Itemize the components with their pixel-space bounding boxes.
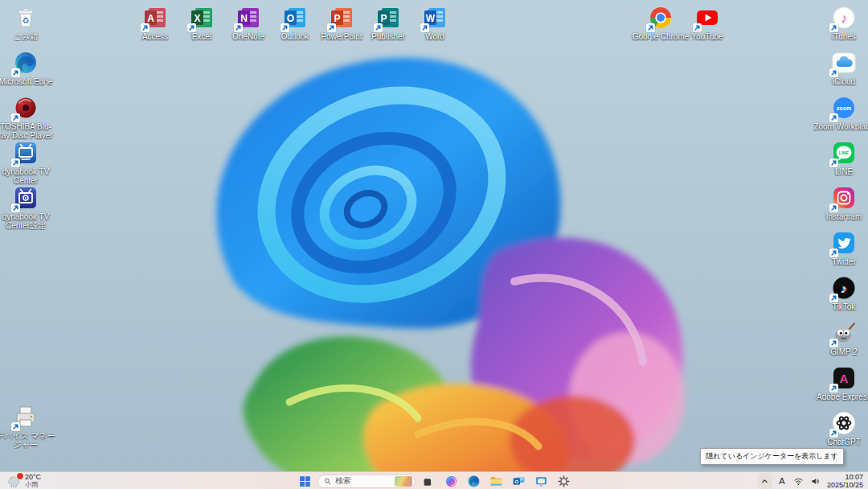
device-manager-icon [13, 404, 39, 429]
taskbar-icon-task-view[interactable] [419, 473, 438, 489]
shortcut-arrow-icon [829, 113, 838, 122]
tiktok-icon: ♪♪♪ [831, 275, 857, 301]
dynabook-tv-center-icon [13, 140, 39, 166]
desktop-icon-label: YouTube [677, 32, 738, 41]
clock[interactable]: 10:07 2025/10/25 [825, 473, 865, 489]
desktop-icon-microsoft-edge[interactable]: Microsoft Edge [0, 50, 56, 86]
onenote-icon: N [235, 5, 261, 31]
shortcut-arrow-icon [829, 23, 838, 32]
desktop-icon-adobe-express[interactable]: AAdobe Express [813, 365, 868, 401]
desktop-icon-label: iTunes [813, 32, 868, 41]
line-icon: LINE [831, 140, 857, 166]
weather-temp: 20°C [25, 474, 41, 481]
outlook-icon: O [282, 5, 308, 31]
search-placeholder: 検索 [335, 475, 391, 487]
shortcut-arrow-icon [829, 249, 838, 257]
microsoft-edge-icon [13, 50, 39, 76]
desktop-icon-label: ごみ箱 [0, 32, 56, 41]
clock-time: 10:07 [827, 473, 863, 481]
desktop-icon-chatgpt[interactable]: ChatGPT [813, 410, 868, 446]
taskbar-icon-settings[interactable] [554, 473, 573, 489]
desktop-icon-toshiba-bluray-player[interactable]: TOSHIBA Blu-ray Disc Player [0, 95, 56, 140]
network-wifi-icon[interactable] [792, 473, 806, 489]
taskbar-icon-microsoft-edge[interactable] [464, 473, 483, 489]
widgets-weather-button[interactable]: 20°C 小雨 [3, 472, 44, 489]
desktop-icon-twitter[interactable]: Twitter [813, 230, 868, 266]
svg-text:P: P [380, 13, 387, 24]
svg-text:A: A [840, 372, 849, 385]
search-box[interactable]: 検索 [317, 475, 416, 488]
desktop-icon-youtube[interactable]: YouTube [677, 5, 738, 41]
word-icon: W [422, 5, 448, 31]
shortcut-arrow-icon [646, 23, 655, 32]
taskbar-icon-file-explorer[interactable] [486, 473, 506, 489]
excel-icon: X [189, 5, 215, 31]
shortcut-arrow-icon [141, 23, 149, 32]
svg-text:N: N [240, 13, 248, 24]
svg-text:zoom: zoom [837, 105, 851, 111]
taskbar-icon-mail[interactable] [531, 473, 551, 489]
svg-text:O: O [514, 479, 518, 484]
desktop-icon-line[interactable]: LINELINE [813, 140, 868, 176]
svg-text:X: X [194, 13, 200, 24]
shortcut-arrow-icon [829, 384, 838, 392]
instagram-icon [831, 185, 857, 211]
desktop-icon-tiktok[interactable]: ♪♪♪TikTok [813, 275, 868, 311]
taskbar-icon-copilot[interactable] [441, 473, 461, 489]
shortcut-arrow-icon [829, 339, 838, 347]
shortcut-arrow-icon [693, 23, 702, 32]
svg-text:P: P [334, 13, 340, 24]
shortcut-arrow-icon [11, 422, 20, 431]
desktop-icon-zoom-workplace[interactable]: zoomZoom Workplace [813, 95, 868, 131]
desktop-icon-label: Zoom Workplace [813, 122, 868, 131]
desktop: ♻ごみ箱Microsoft EdgeTOSHIBA Blu-ray Disc P… [0, 0, 868, 489]
zoom-workplace-icon: zoom [831, 95, 857, 121]
desktop-icon-label: GIMP 2 [813, 347, 868, 356]
desktop-icon-itunes[interactable]: ♪iTunes [813, 5, 868, 41]
shortcut-arrow-icon [420, 23, 429, 32]
desktop-icon-label: dynabook TV Center [0, 167, 56, 185]
access-icon: A [142, 5, 168, 31]
desktop-icon-dynabook-tv-center-settings[interactable]: dynabook TV Center設定 [0, 185, 56, 230]
desktop-icon-dynabook-tv-center[interactable]: dynabook TV Center [0, 140, 56, 185]
shortcut-arrow-icon [374, 23, 383, 32]
svg-text:♪: ♪ [841, 281, 847, 295]
shortcut-arrow-icon [11, 203, 20, 212]
dynabook-tv-center-settings-icon [13, 185, 39, 211]
search-icon [323, 477, 332, 486]
ime-indicator[interactable]: A [775, 473, 789, 489]
desktop-icon-label: dynabook TV Center設定 [0, 212, 56, 230]
weather-alert-badge [16, 472, 24, 480]
show-hidden-icons-chevron[interactable] [758, 473, 772, 489]
desktop-icon-label: Instagram [813, 212, 868, 221]
shortcut-arrow-icon [829, 158, 838, 167]
desktop-icon-word[interactable]: WWord [404, 5, 465, 41]
desktop-icon-instagram[interactable]: Instagram [813, 185, 868, 221]
taskbar-center: 検索 O [295, 472, 573, 489]
volume-icon[interactable] [809, 473, 823, 489]
desktop-icon-label: Twitter [813, 257, 868, 266]
clock-date: 2025/10/25 [827, 481, 863, 489]
desktop-icon-label: Adobe Express [813, 392, 868, 401]
toshiba-bluray-player-icon [13, 95, 39, 121]
desktop-icon-label: ChatGPT [813, 438, 868, 446]
desktop-icon-recycle-bin[interactable]: ♻ごみ箱 [0, 5, 56, 41]
svg-text:♻: ♻ [23, 16, 30, 25]
svg-text:♪: ♪ [841, 11, 847, 25]
shortcut-arrow-icon [327, 23, 336, 32]
desktop-icon-device-manager[interactable]: デバイス マネージャー [0, 404, 56, 449]
svg-text:W: W [426, 13, 436, 24]
shortcut-arrow-icon [11, 113, 20, 122]
shortcut-arrow-icon [829, 68, 838, 77]
taskbar-icon-outlook[interactable]: O [509, 473, 528, 489]
desktop-icon-gimp[interactable]: GIMP 2 [813, 320, 868, 356]
shortcut-arrow-icon [829, 429, 838, 438]
desktop-icon-icloud[interactable]: iCloud [813, 50, 868, 86]
gimp-icon [831, 320, 857, 346]
start-button[interactable] [295, 473, 314, 489]
shortcut-arrow-icon [829, 294, 838, 302]
shortcut-arrow-icon [234, 23, 243, 32]
search-highlights-art [395, 476, 412, 487]
shortcut-arrow-icon [11, 158, 20, 167]
desktop-icon-label: デバイス マネージャー [0, 431, 56, 449]
